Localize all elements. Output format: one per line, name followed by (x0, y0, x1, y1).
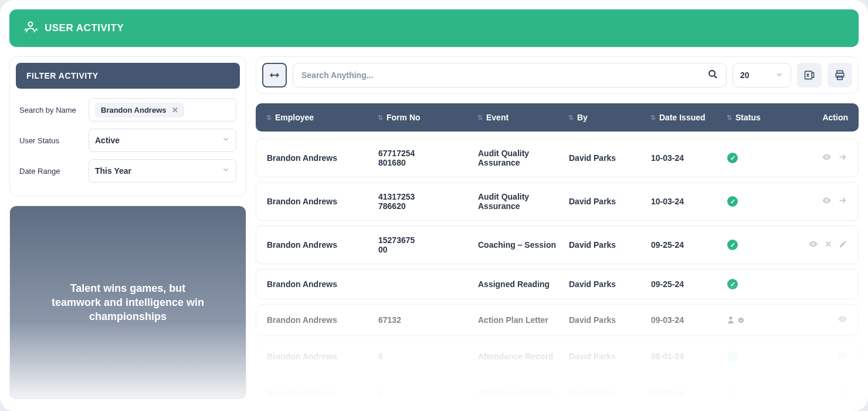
cell-employee: Brandon Andrews (267, 279, 378, 289)
cell-status: ✓ (727, 388, 786, 398)
cell-date: 07-29-24 (651, 388, 727, 397)
cell-date: 10-03-24 (651, 197, 727, 206)
cell-date: 08-01-24 (651, 352, 727, 361)
status-check-icon: ✓ (727, 196, 738, 207)
page-title: USER ACTIVITY (45, 22, 124, 34)
cell-date: 10-03-24 (651, 153, 727, 163)
table-row[interactable]: Brandon Andrews67132Action Plan LetterDa… (256, 304, 859, 336)
cell-form-no: 1527367500 (378, 235, 478, 254)
cell-employee: Brandon Andrews (267, 352, 378, 361)
col-header-event[interactable]: ⇅Event (477, 113, 568, 122)
cell-event: Action Plan Letter (478, 315, 569, 325)
cell-actions (786, 239, 847, 251)
export-excel-button[interactable] (797, 63, 822, 87)
sort-icon: ⇅ (266, 114, 272, 122)
col-header-action: Action (785, 113, 848, 122)
filter-name-field[interactable]: Brandon Andrews ✕ (89, 98, 236, 122)
cell-status: ✓ (727, 240, 786, 250)
action-x-icon[interactable] (824, 240, 833, 250)
svg-point-1 (709, 70, 715, 76)
filter-status-value: Active (95, 136, 120, 145)
cell-employee: Brandon Andrews (267, 240, 378, 250)
status-person-icon (727, 315, 744, 325)
cell-form-no: 67132 (378, 315, 478, 325)
action-eye-icon[interactable] (822, 152, 832, 164)
tag-remove-icon[interactable]: ✕ (172, 106, 178, 114)
cell-employee: Brandon Andrews (267, 388, 378, 397)
cell-event: Assigned Reading (478, 279, 569, 289)
cell-by: David Parks (569, 279, 651, 289)
cell-actions (786, 152, 847, 164)
sort-icon: ⇅ (727, 114, 732, 122)
page-size-value: 20 (740, 70, 750, 80)
col-header-status[interactable]: ⇅Status (727, 113, 785, 122)
filter-card: FILTER ACTIVITY Search by Name Brandon A… (9, 56, 246, 196)
cell-form-no: 41317253786620 (378, 192, 478, 211)
action-edit-icon[interactable] (839, 240, 847, 250)
col-header-employee[interactable]: ⇅Employee (266, 113, 378, 122)
action-arrow-icon[interactable] (838, 196, 847, 207)
filter-label-name: Search by Name (19, 106, 89, 114)
cell-by: David Parks (569, 153, 651, 163)
chevron-down-icon (775, 70, 784, 80)
cell-status: ✓ (727, 153, 786, 163)
table-row[interactable]: Brandon Andrews6Attendance RecordDavid P… (256, 341, 859, 372)
status-check-icon: ✓ (727, 279, 738, 289)
status-check-icon: ✓ (727, 351, 738, 362)
table-header: ⇅Employee ⇅Form No ⇅Event ⇅By ⇅Date Issu… (256, 103, 859, 132)
quote-card: Talent wins games, but teamwork and inte… (9, 206, 246, 399)
filter-label-date: Date Range (19, 167, 89, 176)
chevron-down-icon (222, 166, 230, 176)
col-header-date-issued[interactable]: ⇅Date Issued (650, 113, 727, 122)
cell-actions (786, 387, 847, 399)
filter-date-select[interactable]: This Year (89, 159, 236, 183)
search-input[interactable] (301, 70, 708, 80)
table-row[interactable]: Brandon Andrews1527367500Coaching – Sess… (256, 225, 859, 264)
col-header-form-no[interactable]: ⇅Form No (378, 113, 477, 122)
cell-event: Audit Quality Assurance (478, 149, 569, 167)
table-row[interactable]: Brandon Andrews41317253786620Audit Quali… (256, 182, 859, 221)
table-row[interactable]: Brandon Andrews67717254801680Audit Quali… (256, 139, 859, 177)
cell-by: David Parks (569, 197, 651, 206)
action-eye-icon[interactable] (838, 351, 847, 362)
cell-event: Coaching – Session (478, 240, 569, 250)
cell-by: David Parks (569, 388, 651, 397)
toolbar: 20 (256, 56, 859, 94)
cell-actions (786, 314, 847, 326)
quote-text: Talent wins games, but teamwork and inte… (46, 281, 210, 324)
action-eye-icon[interactable] (838, 314, 847, 326)
cell-event: Attendance Record (478, 388, 569, 397)
cell-form-no: 67717254801680 (378, 149, 478, 167)
cell-employee: Brandon Andrews (267, 197, 378, 206)
sort-icon: ⇅ (650, 114, 656, 122)
cell-date: 09-03-24 (651, 315, 727, 325)
action-arrow-icon[interactable] (838, 152, 847, 164)
status-check-icon: ✓ (727, 388, 738, 398)
col-header-by[interactable]: ⇅By (568, 113, 650, 122)
svg-point-6 (729, 316, 732, 319)
sort-icon: ⇅ (477, 114, 483, 122)
search-box[interactable] (293, 63, 727, 87)
cell-date: 09-25-24 (651, 279, 727, 289)
filter-label-status: User Status (19, 136, 89, 145)
cell-employee: Brandon Andrews (267, 153, 378, 163)
cell-by: David Parks (569, 352, 651, 361)
cell-status: ✓ (727, 196, 786, 207)
filter-tag: Brandon Andrews ✕ (95, 103, 184, 117)
page-size-select[interactable]: 20 (733, 63, 791, 87)
cell-by: David Parks (569, 240, 651, 250)
sort-icon: ⇅ (568, 114, 574, 122)
cell-form-no: 6 (378, 388, 478, 397)
search-icon[interactable] (708, 69, 718, 82)
table-row[interactable]: Brandon AndrewsAssigned ReadingDavid Par… (256, 269, 859, 299)
filter-status-select[interactable]: Active (89, 129, 236, 152)
action-eye-icon[interactable] (808, 239, 818, 251)
expand-columns-button[interactable] (262, 63, 287, 87)
cell-date: 09-25-24 (651, 240, 727, 250)
table-row[interactable]: Brandon Andrews6Attendance RecordDavid P… (256, 377, 859, 399)
print-button[interactable] (828, 63, 852, 87)
action-eye-icon[interactable] (822, 196, 832, 207)
sort-icon: ⇅ (378, 114, 383, 122)
action-eye-icon[interactable] (838, 387, 847, 399)
cell-event: Audit Quality Assurance (478, 192, 569, 211)
